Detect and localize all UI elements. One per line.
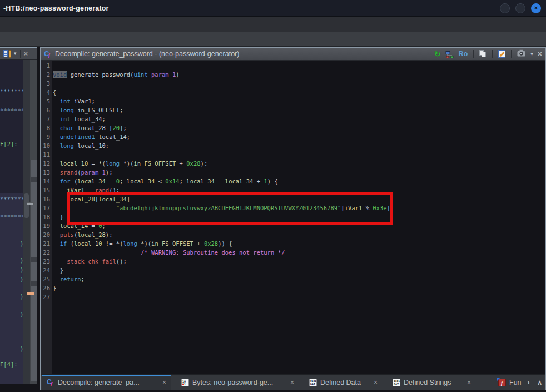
line-number: 7 — [41, 115, 50, 123]
listing-content[interactable]: **************F[2]:**************)))))))… — [0, 60, 37, 384]
decompiler-code-area[interactable]: 12void generate_password(uint param_1)34… — [41, 61, 545, 374]
code-line[interactable]: 13 srand(param_1); — [41, 168, 545, 177]
rotate-layout-button[interactable]: Ro — [459, 50, 468, 58]
line-number: 17 — [41, 204, 50, 212]
pencil-icon — [500, 52, 505, 57]
marker-notch — [31, 257, 37, 262]
code-text: local_10 = *(long *)(in_FS_OFFSET + 0x28… — [53, 160, 207, 167]
close-button[interactable]: × — [531, 3, 541, 13]
marker-margin-thumb[interactable] — [31, 160, 37, 381]
code-line[interactable]: 2void generate_password(uint param_1) — [41, 70, 545, 79]
code-line[interactable]: 24 } — [41, 266, 545, 275]
code-line[interactable]: 4{ — [41, 88, 545, 97]
code-line[interactable]: 27 — [41, 292, 545, 301]
code-text: int iVar1; — [53, 98, 95, 105]
panel-collapse-caret-icon[interactable]: ∧ — [537, 379, 542, 386]
code-text: iVar1 = rand(); — [53, 187, 120, 193]
bytes-icon: 1001 — [181, 379, 189, 386]
code-line[interactable]: 15 iVar1 = rand(); — [41, 186, 545, 195]
code-line[interactable]: 10 long local_10; — [41, 141, 545, 150]
code-line[interactable]: 19 local_14 = 0; — [41, 221, 545, 230]
code-text: undefined1 local_14; — [53, 133, 130, 140]
minimize-button[interactable] — [500, 3, 510, 13]
scrollbar-thumb[interactable] — [24, 193, 29, 218]
refresh-icon[interactable]: ↻ — [434, 50, 441, 58]
line-number: 20 — [41, 230, 50, 239]
code-line[interactable]: 8 char local_28 [20]; — [41, 123, 545, 132]
code-line[interactable]: 6 long in_FS_OFFSET; — [41, 106, 545, 115]
listing-fragment[interactable]: F[2]: — [0, 140, 18, 148]
code-line[interactable]: 3 — [41, 79, 545, 88]
bookmark-marker-orange[interactable] — [27, 292, 34, 295]
line-number: 2 — [41, 70, 50, 79]
code-line[interactable]: 22 /* WARNING: Subroutine does not retur… — [41, 248, 545, 257]
graph-icon[interactable] — [445, 51, 454, 58]
window-controls: × — [500, 3, 546, 13]
code-text: void generate_password(uint param_1) — [53, 71, 180, 78]
code-line[interactable]: 21 if (local_10 != *(long *)(in_FS_OFFSE… — [41, 239, 545, 248]
code-line[interactable]: 25 return; — [41, 275, 545, 284]
close-icon[interactable]: × — [24, 50, 28, 57]
decompiler-icon: C f — [44, 50, 52, 58]
tab-close-icon[interactable]: × — [467, 379, 471, 386]
line-number: 12 — [41, 159, 50, 168]
code-text: if (local_10 != *(long *)(in_FS_OFFSET +… — [53, 240, 232, 247]
tab-defined-data[interactable]: 0101DATDefined Data× — [304, 375, 383, 390]
chevron-down-icon[interactable]: ▾ — [14, 51, 17, 56]
code-line[interactable]: 16 local_28[local_34] = — [41, 195, 545, 204]
listing-marker-margin[interactable] — [30, 60, 37, 384]
code-line[interactable]: 1 — [41, 61, 545, 70]
decompiler-icon: Cf — [47, 379, 54, 386]
tab-close-icon[interactable]: × — [290, 379, 294, 386]
tab-functions[interactable]: fFun — [493, 375, 527, 390]
decompiler-header[interactable]: C f Decompile: generate_password - (neo-… — [41, 48, 545, 61]
code-text: } — [53, 267, 63, 274]
code-line[interactable]: 9 undefined1 local_14; — [41, 132, 545, 141]
tab-close-icon[interactable]: × — [162, 379, 166, 386]
line-number: 15 — [41, 186, 50, 195]
menubar — [0, 16, 546, 32]
code-line[interactable]: 18 } — [41, 212, 545, 221]
line-number: 11 — [41, 150, 50, 159]
listing-fragment[interactable]: ******* — [0, 195, 24, 203]
tab-defined-strings[interactable]: 0101DATDefined Strings× — [388, 375, 476, 390]
snapshot-camera-icon[interactable] — [517, 49, 526, 59]
line-number: 8 — [41, 123, 50, 132]
data-icon: 0101DAT — [393, 379, 400, 386]
code-line[interactable]: 5 int iVar1; — [41, 97, 545, 106]
listing-panel: ▾ × **************F[2]:**************)))… — [0, 47, 37, 392]
code-line[interactable]: 20 puts(local_28); — [41, 230, 545, 239]
chevron-down-icon[interactable]: ▾ — [530, 51, 533, 57]
code-line[interactable]: 7 int local_34; — [41, 115, 545, 123]
copy-icon[interactable] — [479, 50, 487, 58]
tab-overflow-chevron-icon[interactable]: › — [528, 378, 530, 386]
code-text: local_28[local_34] = — [53, 196, 137, 202]
listing-fragment[interactable]: ******* — [0, 107, 24, 115]
maximize-button[interactable] — [515, 3, 525, 13]
code-text: { — [53, 89, 56, 96]
close-icon[interactable]: × — [538, 50, 542, 58]
code-line[interactable]: 12 local_10 = *(long *)(in_FS_OFFSET + 0… — [41, 159, 545, 168]
line-number: 5 — [41, 97, 50, 106]
bookmark-marker-gray[interactable] — [27, 202, 34, 205]
tab-bytes[interactable]: 1001Bytes: neo-password-ge...× — [176, 375, 299, 390]
tab-close-icon[interactable]: × — [374, 379, 378, 386]
code-text: return; — [53, 276, 85, 282]
code-text: local_14 = 0; — [53, 222, 106, 229]
code-line[interactable]: 26} — [41, 284, 545, 292]
line-number: 21 — [41, 239, 50, 248]
listing-fragment[interactable]: ******* — [0, 213, 24, 221]
tab-decompile[interactable]: CfDecompile: generate_pa...× — [42, 375, 171, 390]
line-number: 9 — [41, 132, 50, 141]
listing-fragment[interactable]: ******* — [0, 87, 24, 95]
code-line[interactable]: 17 "abcdefghijklmnopqrstuvwxyzABCDEFGHIJ… — [41, 204, 545, 212]
listing-fragment[interactable]: F[4]: — [0, 360, 18, 368]
code-text: __stack_chk_fail(); — [53, 258, 127, 265]
listing-display-icon[interactable] — [3, 50, 12, 58]
line-number: 19 — [41, 221, 50, 230]
code-line[interactable]: 14 for (local_34 = 0; local_34 < 0x14; l… — [41, 177, 545, 186]
edit-icon[interactable] — [498, 50, 505, 58]
code-line[interactable]: 23 __stack_chk_fail(); — [41, 257, 545, 266]
listing-scrollbar[interactable] — [23, 60, 30, 384]
code-line[interactable]: 11 — [41, 150, 545, 159]
